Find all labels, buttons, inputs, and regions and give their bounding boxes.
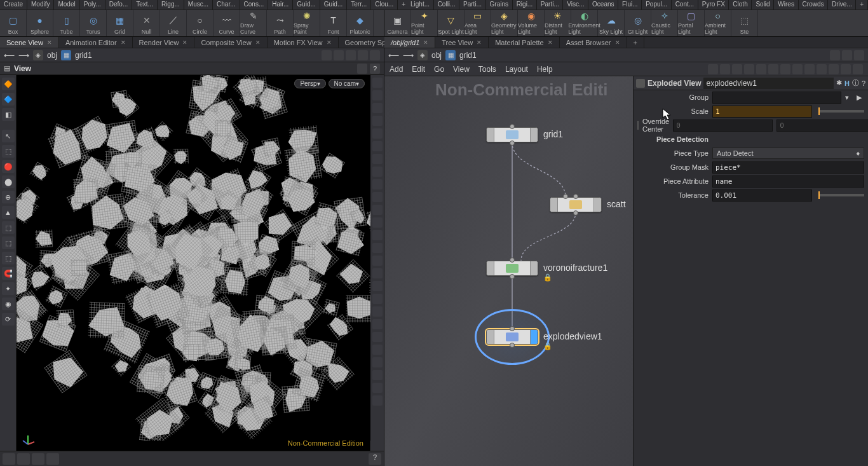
display-option-button[interactable] [372,370,383,380]
tool-button[interactable]: ⟳ [2,313,15,326]
node-explode[interactable] [486,329,538,345]
group-field[interactable] [712,92,841,104]
menu-item[interactable]: Char... [213,0,240,10]
shelf-tool[interactable]: ▢Box [0,10,27,36]
menu-view[interactable]: View [453,65,470,74]
viewport[interactable]: Persp▾ No cam▾ Non-Commercial Edition [17,75,370,451]
menu-item[interactable]: Wires [774,0,798,10]
override-checkbox[interactable] [637,121,639,130]
snap-button[interactable] [3,453,15,465]
node-grid[interactable] [486,127,538,142]
menu-go[interactable]: Go [434,65,444,74]
display-option-button[interactable] [372,90,383,100]
view-menu-icon[interactable]: ▤ [4,64,10,72]
piece-type-dropdown[interactable]: Auto Detect♦ [712,147,864,159]
node-icon[interactable]: ▦ [445,50,456,60]
tool-button[interactable]: ⬚ [2,221,15,234]
fwd-icon[interactable]: ⟶ [403,51,414,60]
tolerance-field[interactable] [712,189,812,202]
tab[interactable]: Scene View✕ [0,37,59,48]
menu-item[interactable]: Text... [132,0,158,10]
shelf-tool[interactable]: ●Sphere [27,10,53,36]
net-toolbar-button[interactable] [804,64,815,74]
fwd-icon[interactable]: ⟶ [18,51,29,60]
tab[interactable]: Asset Browser✕ [560,37,627,48]
menu-item[interactable]: Poly... [80,0,105,10]
shelf-tool[interactable]: ✕Null [133,10,160,36]
net-toolbar-button[interactable] [732,64,742,74]
vb-icon1[interactable] [357,64,367,74]
shelf-tool[interactable]: ／Line [160,10,187,36]
group-mask-field[interactable] [712,161,864,174]
shelf-tool[interactable]: ○Ambient Light [705,10,731,36]
shelf-tool[interactable]: ▢Portal Light [678,10,705,36]
menu-item[interactable]: Guid... [320,0,347,10]
tab[interactable]: Animation Editor✕ [59,37,133,48]
net-toolbar-button[interactable] [792,64,803,74]
shelf-tool[interactable]: ◎GI Light [625,10,651,36]
shelf-tool[interactable]: ▭Area Light [465,10,491,36]
display-option-button[interactable] [372,78,383,88]
tool-button[interactable]: 🔴 [2,160,15,173]
pane-opts2-icon[interactable] [346,50,356,60]
node-scatter[interactable] [550,197,602,212]
menu-item[interactable]: Cons... [240,0,269,10]
tolerance-slider[interactable] [818,194,864,196]
menu-tools[interactable]: Tools [478,65,496,74]
menu-item[interactable]: Oceans [588,0,618,10]
display-option-button[interactable] [372,217,383,228]
gear-icon[interactable] [636,79,645,88]
snap-button[interactable] [32,453,44,465]
tool-button[interactable]: ◉ [2,298,15,310]
display-option-button[interactable] [372,205,383,215]
back-icon[interactable]: ⟵ [388,51,399,60]
net-toolbar-button[interactable] [817,64,827,74]
help2-icon[interactable]: ? [862,79,865,87]
net-toolbar-button[interactable] [780,64,790,74]
info-icon[interactable]: ⓘ [852,78,859,88]
back-icon[interactable]: ⟵ [4,51,15,60]
display-option-button[interactable] [372,256,383,266]
network-view[interactable]: Non-Commercial Editi grid1scattvoronoifr… [384,76,633,466]
display-option-button[interactable] [372,395,383,406]
tool-button[interactable]: ⬚ [2,252,15,264]
menu-item[interactable]: Terr... [347,0,371,10]
menu-item[interactable]: Crowds [799,0,828,10]
pane-opts-icon[interactable] [334,50,344,60]
menu-help[interactable]: Help [537,65,553,74]
tool-button[interactable]: ◧ [2,108,15,121]
persp-dropdown[interactable]: Persp▾ [294,79,325,88]
display-option-button[interactable] [372,332,383,342]
menu-item[interactable]: Light... [407,0,434,10]
tab[interactable]: Tree View✕ [435,37,489,48]
net-toolbar-button[interactable] [841,64,851,74]
menu-item[interactable]: Rigg... [158,0,184,10]
menu-item[interactable]: Defo... [105,0,132,10]
shelf-tool[interactable]: ▽Spot Light [438,10,465,36]
menu-item[interactable]: Modify [27,0,54,10]
menu-item[interactable]: Grains [486,0,513,10]
display-option-button[interactable] [372,128,383,139]
help-icon[interactable]: ? [369,453,381,465]
display-option-button[interactable] [372,306,383,317]
gear2-icon[interactable]: ✱ [836,79,842,87]
tab[interactable]: Motion FX View✕ [268,37,339,48]
pin-icon[interactable] [830,50,840,60]
group-select-icon[interactable]: ▶ [857,93,864,102]
display-option-button[interactable] [372,243,383,253]
tab[interactable]: Material Palette✕ [489,37,559,48]
net-toolbar-button[interactable] [756,64,766,74]
display-option-button[interactable] [372,230,383,240]
pane-max-icon[interactable] [358,50,368,60]
menu-item[interactable]: Parti... [459,0,486,10]
display-option-button[interactable] [372,357,383,367]
menu-item[interactable]: Drive... [828,0,856,10]
menu-item[interactable]: Create [0,0,27,10]
menu-item[interactable]: Musc... [184,0,213,10]
scale-field[interactable] [712,106,812,118]
menu-item[interactable]: + [856,0,868,10]
pin-icon[interactable] [322,50,332,60]
pane-max2-icon[interactable] [370,50,380,60]
context-crumb[interactable]: obj [431,51,442,60]
shelf-tool[interactable]: ☀Distant Light [545,10,571,36]
